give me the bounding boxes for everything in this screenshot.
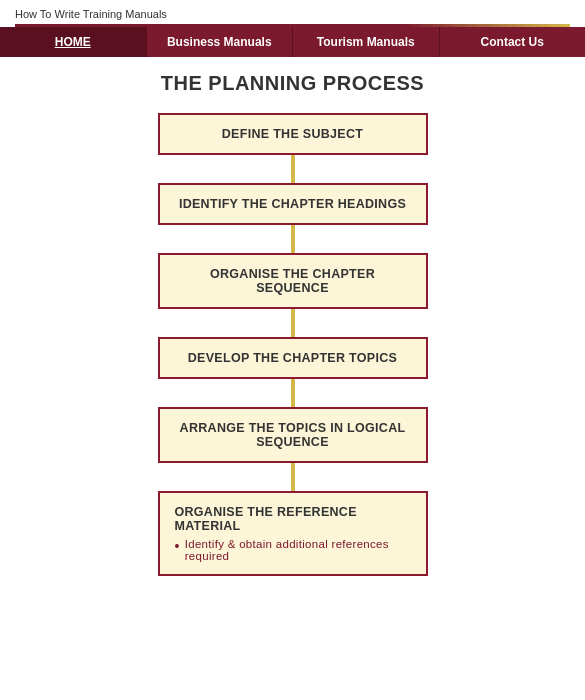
page-title: THE PLANNING PROCESS <box>161 72 424 95</box>
page-wrapper: How To Write Training Manuals HOME Busin… <box>0 0 585 700</box>
connector-4 <box>291 379 295 407</box>
nav-business-manuals[interactable]: Business Manuals <box>147 27 294 57</box>
top-bar: How To Write Training Manuals <box>0 0 585 24</box>
connector-3 <box>291 309 295 337</box>
site-label: How To Write Training Manuals <box>15 8 167 20</box>
connector-2 <box>291 225 295 253</box>
nav-tourism-manuals[interactable]: Tourism Manuals <box>293 27 440 57</box>
main-content: THE PLANNING PROCESS DEFINE THE SUBJECT … <box>0 57 585 700</box>
connector-1 <box>291 155 295 183</box>
step-arrange-topics: ARRANGE THE TOPICS IN LOGICAL SEQUENCE <box>158 407 428 463</box>
step-6-bullet: Identify & obtain additional references … <box>175 538 411 562</box>
step-develop-topics: DEVELOP THE CHAPTER TOPICS <box>158 337 428 379</box>
nav-bar: HOME Business Manuals Tourism Manuals Co… <box>0 27 585 57</box>
step-define-subject: DEFINE THE SUBJECT <box>158 113 428 155</box>
nav-contact-us[interactable]: Contact Us <box>440 27 586 57</box>
nav-home[interactable]: HOME <box>0 27 147 57</box>
step-organise-sequence: ORGANISE THE CHAPTER SEQUENCE <box>158 253 428 309</box>
flowchart: DEFINE THE SUBJECT IDENTIFY THE CHAPTER … <box>40 113 545 576</box>
connector-5 <box>291 463 295 491</box>
step-organise-reference: ORGANISE THE REFERENCE MATERIAL Identify… <box>158 491 428 576</box>
step-identify-headings: IDENTIFY THE CHAPTER HEADINGS <box>158 183 428 225</box>
